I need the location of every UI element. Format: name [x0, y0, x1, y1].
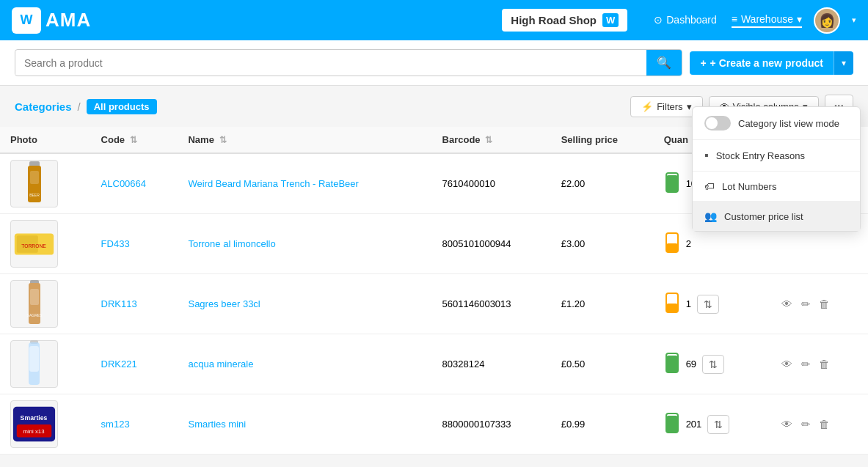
col-name[interactable]: Name ⇅ [178, 127, 431, 153]
shop-icon: W [602, 13, 619, 27]
name-cell: Sagres beer 33cl [178, 274, 431, 334]
name-cell: acqua minerale [178, 334, 431, 394]
code-sort-icon: ⇅ [130, 135, 137, 145]
price-value: £0.99 [561, 419, 586, 430]
dropdown-item-category-view[interactable]: Category list view mode [693, 107, 860, 140]
col-code[interactable]: Code ⇅ [91, 127, 178, 153]
avatar[interactable]: 👩 [814, 7, 840, 34]
dropdown-item-lot-numbers[interactable]: 🏷 Lot Numbers [693, 172, 860, 202]
lot-numbers-icon: 🏷 [704, 180, 715, 192]
nav-warehouse[interactable]: ≡ Warehouse ▾ [732, 13, 802, 28]
filters-caret-icon: ▾ [687, 101, 692, 112]
product-code[interactable]: ALC00664 [101, 178, 146, 189]
svg-rect-21 [666, 356, 678, 372]
dropdown-item-stock-entry[interactable]: ▪ Stock Entry Reasons [693, 140, 860, 172]
code-cell: DRK113 [91, 274, 178, 334]
create-plus-icon: + [700, 57, 706, 69]
view-icon[interactable]: 👁 [778, 295, 795, 313]
header-nav: ⊙ Dashboard ≡ Warehouse ▾ [654, 13, 802, 28]
logo-box: W [12, 7, 41, 34]
transfer-button[interactable]: ⇅ [697, 295, 719, 314]
all-products-badge[interactable]: All products [87, 99, 157, 114]
categories-label[interactable]: Categories [15, 100, 72, 113]
delete-icon[interactable]: 🗑 [816, 295, 833, 313]
stock-level-icon [664, 172, 680, 195]
code-cell: sm123 [91, 394, 178, 455]
logo: W AMA [12, 7, 91, 34]
transfer-button[interactable]: ⇅ [702, 355, 724, 374]
search-button[interactable]: 🔍 [646, 50, 682, 76]
barcode-cell: 80328124 [432, 334, 551, 394]
svg-text:TORRONE: TORRONE [21, 243, 46, 248]
table-row: SAGRES DRK113 Sagres beer 33cl 560114600… [0, 274, 868, 334]
barcode-value: 8005101000944 [442, 238, 511, 249]
barcode-cell: 8800000107333 [432, 394, 551, 455]
qty-cell: 69 ⇅ [654, 334, 768, 394]
shop-selector[interactable]: High Road Shop W [502, 9, 627, 32]
view-icon[interactable]: 👁 [778, 415, 795, 433]
photo-cell: Smartiesmini x13 [0, 394, 91, 455]
svg-text:Smarties: Smarties [21, 414, 48, 422]
edit-icon[interactable]: ✏ [798, 295, 814, 313]
svg-rect-2 [30, 171, 39, 184]
table-row: Smartiesmini x13 sm123 Smarties mini 880… [0, 394, 868, 455]
col-barcode[interactable]: Barcode ⇅ [432, 127, 551, 153]
product-image: Smartiesmini x13 [10, 400, 58, 448]
nav-dashboard[interactable]: ⊙ Dashboard [654, 14, 717, 27]
warehouse-caret-icon: ▾ [797, 13, 802, 25]
price-value: £1.20 [561, 298, 586, 309]
svg-text:SAGRES: SAGRES [26, 313, 43, 317]
name-cell: Torrone al limoncello [178, 214, 431, 274]
customer-price-label: Customer price list [724, 211, 803, 222]
nav-warehouse-label: Warehouse [741, 13, 793, 25]
svg-rect-16 [666, 304, 678, 312]
svg-rect-27 [666, 416, 678, 433]
create-product-caret[interactable]: ▾ [834, 51, 853, 75]
product-image: BEER [10, 160, 58, 207]
barcode-cell: 8005101000944 [432, 214, 551, 274]
product-name[interactable]: Smarties mini [188, 419, 246, 430]
photo-cell: TORRONE [0, 214, 91, 274]
product-code[interactable]: sm123 [101, 419, 130, 430]
svg-rect-10 [666, 243, 678, 252]
svg-rect-5 [666, 175, 678, 192]
transfer-button[interactable]: ⇅ [707, 415, 729, 434]
barcode-sort-icon: ⇅ [485, 135, 492, 145]
stock-level-icon [664, 232, 680, 255]
price-value: £2.00 [561, 178, 586, 189]
header: W AMA High Road Shop W ⊙ Dashboard ≡ War… [0, 0, 868, 40]
logo-text: AMA [45, 9, 91, 32]
logo-w: W [21, 12, 33, 28]
dashboard-icon: ⊙ [654, 14, 663, 26]
code-cell: FD433 [91, 214, 178, 274]
categories-separator: / [78, 100, 81, 113]
product-name[interactable]: Sagres beer 33cl [188, 298, 260, 309]
product-name[interactable]: acqua minerale [188, 358, 253, 369]
view-icon[interactable]: 👁 [778, 355, 795, 373]
product-code[interactable]: DRK221 [101, 358, 137, 369]
price-cell: £3.00 [551, 214, 654, 274]
avatar-emoji: 👩 [819, 12, 835, 29]
qty-value: 201 [686, 419, 702, 430]
product-code[interactable]: FD433 [101, 238, 130, 249]
stock-entry-icon: ▪ [704, 149, 709, 162]
delete-icon[interactable]: 🗑 [816, 355, 833, 373]
delete-icon[interactable]: 🗑 [816, 415, 833, 433]
edit-icon[interactable]: ✏ [798, 355, 814, 373]
price-cell: £0.99 [551, 394, 654, 455]
avatar-caret-icon[interactable]: ▾ [852, 15, 856, 25]
qty-value: 69 [686, 358, 696, 369]
price-cell: £2.00 [551, 153, 654, 214]
create-product-group: + + Create a new product ▾ [690, 51, 853, 75]
product-name[interactable]: Torrone al limoncello [188, 238, 275, 249]
product-code[interactable]: DRK113 [101, 298, 137, 309]
product-name[interactable]: Weird Beard Mariana Trench - RateBeer [188, 178, 358, 189]
category-view-toggle[interactable] [704, 116, 731, 130]
action-cell: 👁 ✏ 🗑 [768, 274, 868, 334]
qty-value: 2 [686, 238, 691, 249]
create-product-button[interactable]: + + Create a new product [690, 51, 834, 75]
search-input[interactable] [15, 51, 646, 75]
edit-icon[interactable]: ✏ [798, 415, 814, 433]
dropdown-item-customer-price[interactable]: 👥 Customer price list [693, 202, 860, 231]
svg-rect-13 [30, 289, 39, 305]
